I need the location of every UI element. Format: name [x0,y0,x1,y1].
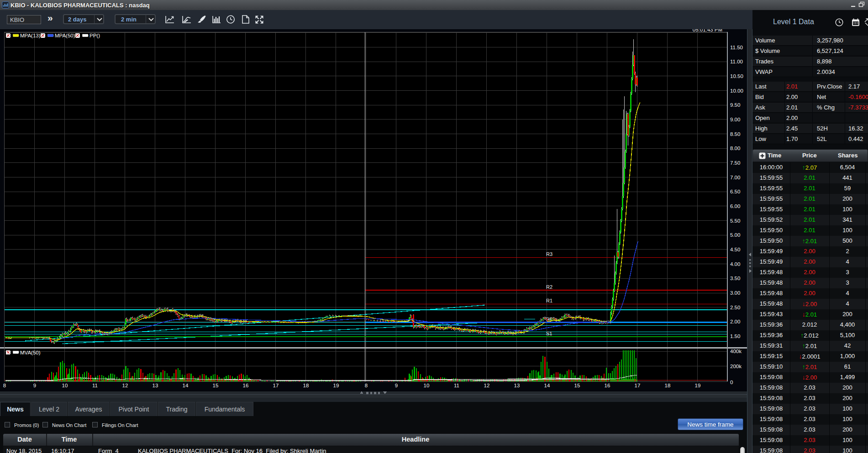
svg-text:MPA(50): MPA(50) [55,33,75,38]
svg-text:9.50: 9.50 [730,102,740,108]
svg-text:7.50: 7.50 [730,160,740,166]
svg-text:14: 14 [544,383,550,388]
svg-text:PP(): PP() [89,33,100,38]
svg-text:9: 9 [33,383,36,388]
svg-text:10.50: 10.50 [730,73,743,79]
svg-text:200k: 200k [730,364,742,369]
svg-text:R1: R1 [546,298,552,303]
svg-text:5.50: 5.50 [730,218,740,224]
svg-text:8: 8 [3,383,6,388]
svg-text:9.00: 9.00 [730,117,740,122]
svg-text:MVA(50): MVA(50) [20,350,41,355]
svg-text:17: 17 [635,383,641,388]
svg-text:13: 13 [514,383,520,388]
svg-text:4.00: 4.00 [730,261,740,267]
svg-text:05:01:43 PM: 05:01:43 PM [693,29,722,32]
svg-text:10: 10 [424,383,430,388]
svg-text:6.00: 6.00 [730,203,740,209]
svg-text:8.00: 8.00 [730,146,740,151]
svg-text:3.00: 3.00 [730,290,740,296]
svg-text:18: 18 [303,383,309,388]
svg-text:2.00: 2.00 [730,319,740,324]
svg-text:6.50: 6.50 [730,189,740,194]
svg-text:400k: 400k [730,349,742,354]
svg-text:10: 10 [62,383,68,388]
svg-text:8: 8 [365,383,368,388]
svg-text:18: 18 [665,383,671,388]
svg-text:R3: R3 [546,251,552,257]
svg-text:12: 12 [484,383,490,388]
svg-text:14: 14 [183,383,189,388]
svg-text:8.50: 8.50 [730,131,740,137]
svg-text:R2: R2 [546,284,552,290]
svg-text:4.50: 4.50 [730,247,740,252]
svg-text:10.00: 10.00 [730,88,743,94]
svg-text:11.50: 11.50 [730,45,743,50]
svg-text:11: 11 [454,383,459,388]
svg-text:1.50: 1.50 [730,333,740,339]
svg-text:13: 13 [153,383,158,388]
svg-text:11.00: 11.00 [730,59,743,64]
svg-text:0: 0 [730,380,733,385]
svg-text:12: 12 [122,383,128,388]
svg-text:17: 17 [273,383,279,388]
svg-text:2.50: 2.50 [730,305,740,310]
svg-text:15: 15 [574,383,580,388]
svg-text:3.50: 3.50 [730,276,740,281]
svg-text:S1: S1 [546,331,552,336]
svg-text:11: 11 [92,383,98,388]
svg-text:16: 16 [243,383,249,388]
svg-text:16: 16 [605,383,610,388]
svg-text:MPA(13): MPA(13) [20,33,41,38]
svg-text:5.00: 5.00 [730,232,740,238]
svg-text:9: 9 [395,383,398,388]
svg-text:19: 19 [695,383,701,388]
svg-text:19: 19 [333,383,339,388]
svg-text:7.00: 7.00 [730,175,740,180]
svg-text:15: 15 [213,383,219,388]
